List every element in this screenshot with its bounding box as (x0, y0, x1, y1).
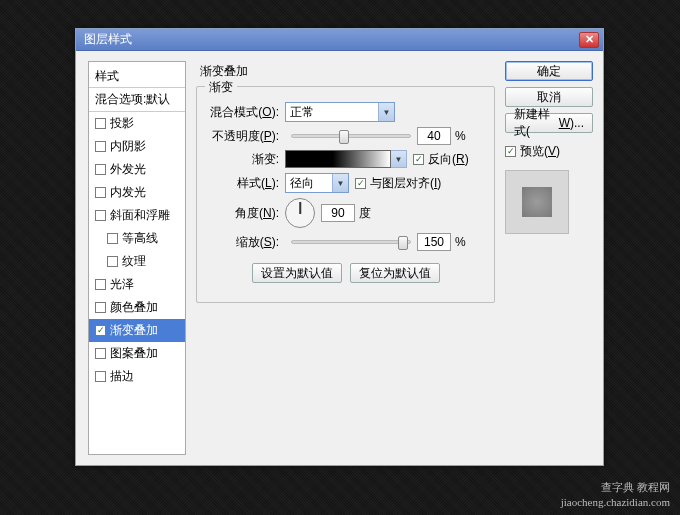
styles-item-checkbox[interactable] (95, 279, 106, 290)
styles-item-label: 描边 (110, 368, 134, 385)
styles-item-label: 颜色叠加 (110, 299, 158, 316)
action-column: 确定 取消 新建样式(W)... 预览(V) (505, 61, 593, 455)
styles-item-1[interactable]: 内阴影 (89, 135, 185, 158)
blend-options-header[interactable]: 混合选项:默认 (89, 88, 185, 112)
styles-item-6[interactable]: 纹理 (89, 250, 185, 273)
make-default-button[interactable]: 设置为默认值 (252, 263, 342, 283)
blend-mode-combo[interactable]: 正常 ▼ (285, 102, 395, 122)
style-label: 样式(L): (209, 175, 285, 192)
preview-checkbox[interactable] (505, 146, 516, 157)
gradient-overlay-panel: 渐变叠加 渐变 混合模式(O): 正常 ▼ 不透明度(P): (196, 61, 495, 455)
scale-input[interactable] (417, 233, 451, 251)
styles-item-label: 外发光 (110, 161, 146, 178)
titlebar[interactable]: 图层样式 ✕ (76, 29, 603, 51)
styles-item-checkbox[interactable] (95, 164, 106, 175)
reverse-label: 反向(R) (428, 151, 469, 168)
styles-item-label: 渐变叠加 (110, 322, 158, 339)
dialog-title: 图层样式 (84, 31, 579, 48)
styles-list: 样式 混合选项:默认 投影内阴影外发光内发光斜面和浮雕等高线纹理光泽颜色叠加渐变… (88, 61, 186, 455)
styles-item-2[interactable]: 外发光 (89, 158, 185, 181)
styles-item-label: 内发光 (110, 184, 146, 201)
styles-item-checkbox[interactable] (95, 141, 106, 152)
fieldset-legend: 渐变 (205, 79, 237, 96)
chevron-down-icon[interactable]: ▼ (391, 150, 407, 168)
opacity-slider-thumb[interactable] (339, 130, 349, 144)
align-checkbox[interactable] (355, 178, 366, 189)
reverse-checkbox[interactable] (413, 154, 424, 165)
styles-item-checkbox[interactable] (95, 187, 106, 198)
reset-default-button[interactable]: 复位为默认值 (350, 263, 440, 283)
angle-unit: 度 (359, 205, 371, 222)
styles-item-checkbox[interactable] (95, 348, 106, 359)
styles-item-checkbox[interactable] (95, 210, 106, 221)
styles-item-5[interactable]: 等高线 (89, 227, 185, 250)
preview-label: 预览(V) (520, 143, 560, 160)
opacity-label: 不透明度(P): (209, 128, 285, 145)
styles-item-checkbox[interactable] (95, 302, 106, 313)
styles-item-label: 纹理 (122, 253, 146, 270)
angle-label: 角度(N): (209, 205, 285, 222)
gradient-swatch[interactable]: ▼ (285, 150, 391, 168)
angle-dial[interactable] (285, 198, 315, 228)
panel-title: 渐变叠加 (196, 61, 495, 86)
scale-label: 缩放(S): (209, 234, 285, 251)
styles-item-label: 投影 (110, 115, 134, 132)
cancel-button[interactable]: 取消 (505, 87, 593, 107)
styles-item-checkbox[interactable] (95, 325, 106, 336)
styles-item-3[interactable]: 内发光 (89, 181, 185, 204)
scale-slider-thumb[interactable] (398, 236, 408, 250)
preview-thumbnail (505, 170, 569, 234)
ok-button[interactable]: 确定 (505, 61, 593, 81)
styles-item-label: 内阴影 (110, 138, 146, 155)
styles-item-8[interactable]: 颜色叠加 (89, 296, 185, 319)
style-value: 径向 (290, 175, 314, 192)
styles-item-checkbox[interactable] (107, 233, 118, 244)
opacity-input[interactable] (417, 127, 451, 145)
close-button[interactable]: ✕ (579, 32, 599, 48)
styles-item-checkbox[interactable] (107, 256, 118, 267)
angle-input[interactable] (321, 204, 355, 222)
styles-item-checkbox[interactable] (95, 118, 106, 129)
layer-style-dialog: 图层样式 ✕ 样式 混合选项:默认 投影内阴影外发光内发光斜面和浮雕等高线纹理光… (75, 28, 604, 466)
align-label: 与图层对齐(I) (370, 175, 441, 192)
blend-mode-label: 混合模式(O): (209, 104, 285, 121)
styles-item-9[interactable]: 渐变叠加 (89, 319, 185, 342)
styles-item-0[interactable]: 投影 (89, 112, 185, 135)
opacity-slider[interactable] (291, 134, 411, 138)
preview-inner (522, 187, 552, 217)
opacity-unit: % (455, 129, 466, 143)
chevron-down-icon: ▼ (332, 174, 348, 192)
scale-slider[interactable] (291, 240, 411, 244)
styles-item-7[interactable]: 光泽 (89, 273, 185, 296)
styles-item-label: 图案叠加 (110, 345, 158, 362)
style-combo[interactable]: 径向 ▼ (285, 173, 349, 193)
styles-item-label: 光泽 (110, 276, 134, 293)
gradient-label: 渐变: (209, 151, 285, 168)
new-style-button[interactable]: 新建样式(W)... (505, 113, 593, 133)
blend-mode-value: 正常 (290, 104, 314, 121)
styles-item-checkbox[interactable] (95, 371, 106, 382)
styles-item-label: 斜面和浮雕 (110, 207, 170, 224)
styles-item-label: 等高线 (122, 230, 158, 247)
styles-item-11[interactable]: 描边 (89, 365, 185, 388)
styles-item-10[interactable]: 图案叠加 (89, 342, 185, 365)
gradient-fieldset: 渐变 混合模式(O): 正常 ▼ 不透明度(P): (196, 86, 495, 303)
chevron-down-icon: ▼ (378, 103, 394, 121)
scale-unit: % (455, 235, 466, 249)
styles-header[interactable]: 样式 (89, 66, 185, 88)
styles-item-4[interactable]: 斜面和浮雕 (89, 204, 185, 227)
